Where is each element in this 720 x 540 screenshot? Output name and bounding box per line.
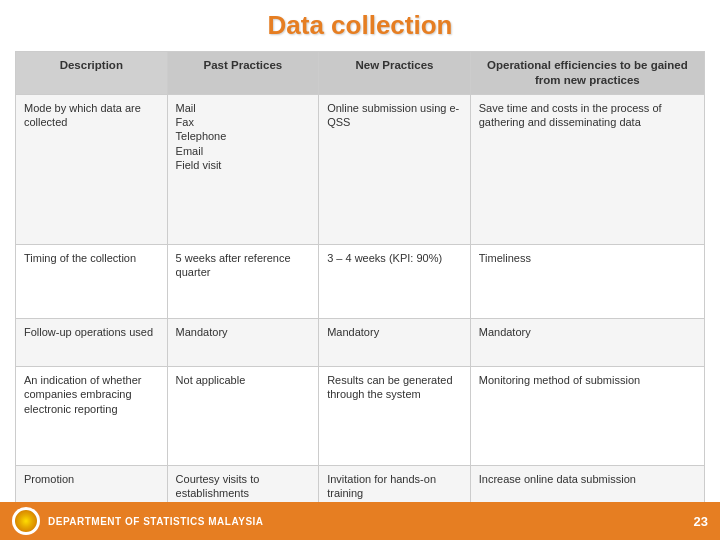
table-row: Timing of the collection5 weeks after re… [16, 244, 705, 318]
footer-bar: DEPARTMENT OF STATISTICS MALAYSIA 23 [0, 502, 720, 540]
table-cell: Online submission using e-QSS [319, 94, 471, 244]
table-cell: Save time and costs in the process of ga… [470, 94, 704, 244]
table-cell: 5 weeks after reference quarter [167, 244, 319, 318]
table-cell: Monitoring method of submission [470, 367, 704, 466]
footer-page-number: 23 [694, 514, 708, 529]
table-row: Mode by which data are collectedMailFaxT… [16, 94, 705, 244]
table-row: Follow-up operations usedMandatoryMandat… [16, 318, 705, 366]
page-container: Data collection Description Past Practic… [0, 0, 720, 540]
table-cell: Timeliness [470, 244, 704, 318]
table-cell: Timing of the collection [16, 244, 168, 318]
col-header-description: Description [16, 52, 168, 95]
col-header-operational: Operational efficiencies to be gained fr… [470, 52, 704, 95]
col-header-new: New Practices [319, 52, 471, 95]
table-cell: Not applicable [167, 367, 319, 466]
table-cell: 3 – 4 weeks (KPI: 90%) [319, 244, 471, 318]
table-header-row: Description Past Practices New Practices… [16, 52, 705, 95]
data-table: Description Past Practices New Practices… [15, 51, 705, 540]
footer-org-text: DEPARTMENT OF STATISTICS MALAYSIA [48, 516, 264, 527]
table-cell: An indication of whether companies embra… [16, 367, 168, 466]
footer-left: DEPARTMENT OF STATISTICS MALAYSIA [12, 507, 264, 535]
table-cell: Mandatory [319, 318, 471, 366]
footer-logo-circle [13, 508, 39, 534]
table-cell: Mandatory [167, 318, 319, 366]
table-cell: Results can be generated through the sys… [319, 367, 471, 466]
table-cell: MailFaxTelephoneEmailField visit [167, 94, 319, 244]
footer-logo [12, 507, 40, 535]
table-cell: Mode by which data are collected [16, 94, 168, 244]
table-cell: Follow-up operations used [16, 318, 168, 366]
col-header-past: Past Practices [167, 52, 319, 95]
page-title: Data collection [15, 10, 705, 41]
table-cell: Mandatory [470, 318, 704, 366]
table-row: An indication of whether companies embra… [16, 367, 705, 466]
